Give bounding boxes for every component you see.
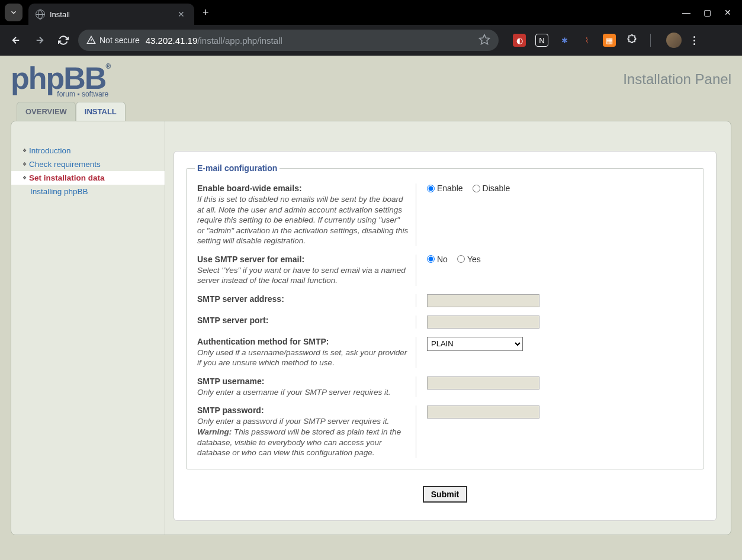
smtp-user-input[interactable] [427,376,539,390]
row-smtp-host: SMTP server address: [197,294,693,307]
fieldset-legend: E-mail configuration [195,163,280,173]
back-button[interactable] [7,31,25,49]
radio-enable[interactable]: Enable [427,184,463,193]
divider [650,34,651,47]
field-label: SMTP password: [197,405,409,415]
row-smtp-port: SMTP server port: [197,316,693,329]
forward-button[interactable] [31,31,49,49]
profile-avatar[interactable] [666,33,682,48]
globe-icon [36,9,45,19]
content-area: E-mail configuration Enable board-wide e… [165,121,731,535]
field-label: Use SMTP server for email: [197,255,409,264]
extension-icon[interactable]: N [535,34,548,47]
browser-tab[interactable]: Install ✕ [28,4,194,25]
page-header: phpBB® forum ▪ software Installation Pan… [11,63,731,98]
svg-marker-0 [480,34,490,44]
bullet-icon: ❖ [22,176,27,181]
tab-overview[interactable]: OVERVIEW [17,102,76,121]
radio-yes[interactable]: Yes [457,255,481,264]
form-box: E-mail configuration Enable board-wide e… [174,151,717,521]
panel-title: Installation Panel [623,63,731,88]
submit-row: Submit [186,486,704,503]
browser-toolbar: Not secure 43.202.41.19/install/app.php/… [0,25,742,56]
smtp-auth-select[interactable]: PLAIN [427,337,523,351]
row-smtp-user: SMTP username: Only enter a username if … [197,376,693,398]
smtp-host-input[interactable] [427,294,539,307]
sidebar-link[interactable]: Set installation data [29,173,105,182]
bookmark-star-icon[interactable] [478,34,490,47]
url-text: 43.202.41.19/install/app.php/install [146,36,282,46]
field-desc: If this is set to disabled no emails wil… [197,194,409,246]
extensions-puzzle-icon[interactable] [625,34,638,47]
extension-icon[interactable]: ◐ [513,34,526,47]
smtp-port-input[interactable] [427,316,539,329]
maximize-button[interactable]: ▢ [704,8,711,17]
tab-search-button[interactable] [5,4,23,21]
field-label: SMTP username: [197,376,409,386]
browser-menu-button[interactable] [693,36,695,45]
field-label: SMTP server address: [197,294,409,304]
radio-disable[interactable]: Disable [473,184,510,193]
sidebar-item-check-requirements[interactable]: ❖ Check requirements [11,157,165,171]
sidebar-item-set-installation-data[interactable]: ❖ Set installation data [11,171,165,185]
main-panel: ❖ Introduction ❖ Check requirements ❖ Se… [11,121,731,535]
new-tab-button[interactable]: + [203,7,209,19]
field-desc: Only enter a password if your SMTP serve… [197,416,409,458]
tab-install[interactable]: INSTALL [76,102,126,121]
reload-button[interactable] [54,31,72,49]
address-bar[interactable]: Not secure 43.202.41.19/install/app.php/… [78,30,499,51]
sidebar-item-installing-phpbb[interactable]: Installing phpBB [11,185,165,198]
tab-close-icon[interactable]: ✕ [175,8,187,20]
sidebar-link[interactable]: Installing phpBB [22,187,88,196]
page-content: phpBB® forum ▪ software Installation Pan… [0,56,742,560]
tab-title: Install [50,10,171,19]
radio-no[interactable]: No [427,255,448,264]
smtp-pass-input[interactable] [427,405,539,419]
field-desc: Select "Yes" if you want or have to send… [197,265,409,286]
row-smtp-auth: Authentication method for SMTP: Only use… [197,337,693,368]
field-label: Enable board-wide emails: [197,184,409,193]
tabs: OVERVIEW INSTALL [17,102,731,121]
field-label: Authentication method for SMTP: [197,337,409,346]
field-label: SMTP server port: [197,316,409,325]
sidebar: ❖ Introduction ❖ Check requirements ❖ Se… [11,121,165,535]
browser-chrome: Install ✕ + — ▢ ✕ Not secure 43.202.41.1… [0,0,742,56]
sidebar-link[interactable]: Check requirements [29,160,101,169]
not-secure-badge[interactable]: Not secure [86,36,140,45]
row-enable-email: Enable board-wide emails: If this is set… [197,184,693,246]
phpbb-logo: phpBB® forum ▪ software [11,63,110,98]
bullet-icon: ❖ [22,162,27,167]
close-window-button[interactable]: ✕ [724,8,731,17]
bullet-icon: ❖ [22,149,27,153]
row-smtp-pass: SMTP password: Only enter a password if … [197,405,693,458]
row-use-smtp: Use SMTP server for email: Select "Yes" … [197,255,693,286]
tab-bar: Install ✕ + — ▢ ✕ [0,0,742,25]
minimize-button[interactable]: — [682,8,690,17]
window-controls: — ▢ ✕ [682,8,742,17]
extension-icons: ◐ N ✱ ⌇ ▦ [513,33,682,48]
warning-icon [86,36,96,45]
field-desc: Only enter a username if your SMTP serve… [197,387,409,398]
extension-icon[interactable]: ⌇ [580,34,593,47]
sidebar-link[interactable]: Introduction [29,146,71,155]
extension-icon[interactable]: ▦ [603,34,616,47]
extension-icon[interactable]: ✱ [558,34,571,47]
sidebar-item-introduction[interactable]: ❖ Introduction [11,144,165,157]
submit-button[interactable]: Submit [423,486,467,503]
email-config-fieldset: E-mail configuration Enable board-wide e… [186,163,704,469]
field-desc: Only used if a username/password is set,… [197,347,409,368]
